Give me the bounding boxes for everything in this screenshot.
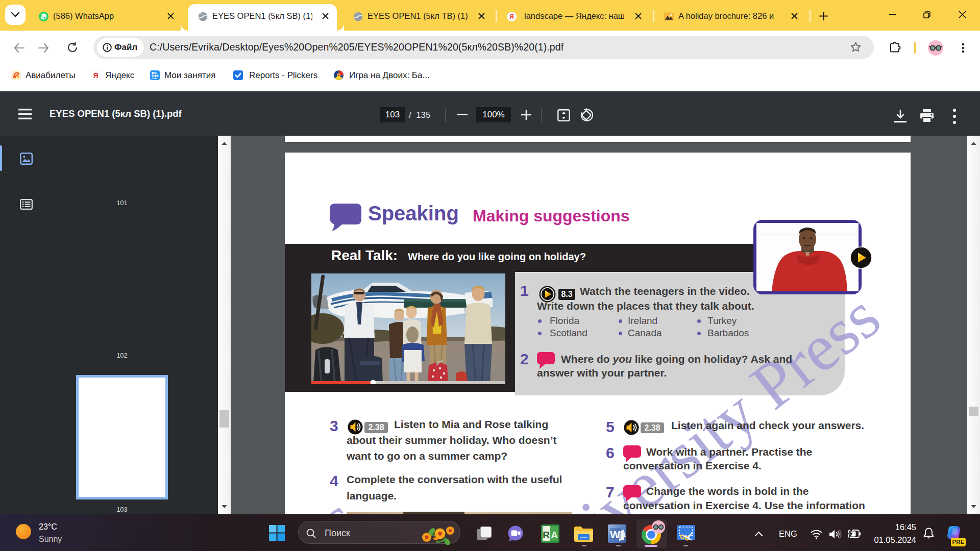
svg-text:Я: Я — [509, 13, 514, 20]
svg-text:A: A — [551, 530, 558, 540]
svg-text:Я: Я — [93, 71, 98, 80]
svg-text:W: W — [610, 529, 620, 540]
svg-text:R: R — [543, 530, 550, 540]
